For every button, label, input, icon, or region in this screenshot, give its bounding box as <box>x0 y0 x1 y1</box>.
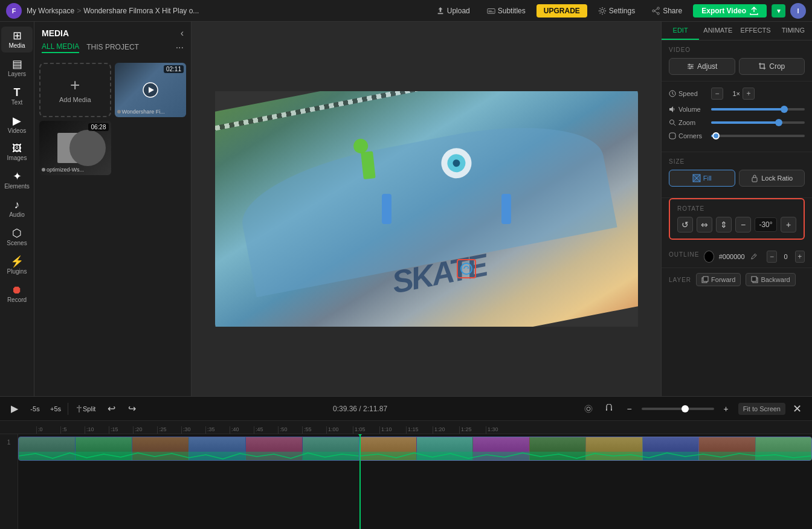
fit-to-screen-button[interactable]: Fit to Screen <box>738 403 785 415</box>
sidebar-item-elements[interactable]: ✦ Elements <box>1 167 33 193</box>
avatar[interactable]: I <box>790 3 806 19</box>
media-item-1[interactable]: 02:11 Wondershare Fi... <box>115 63 187 117</box>
close-timeline-button[interactable]: ✕ <box>789 400 806 417</box>
rotate-increase-button[interactable]: + <box>781 217 796 232</box>
zoom-out-button[interactable]: − <box>621 400 638 417</box>
rewind-5s-button[interactable]: -5s <box>27 400 44 417</box>
sidebar-item-layers[interactable]: ▤ Layers <box>1 55 33 81</box>
svg-point-15 <box>691 66 693 68</box>
media-duration-2: 06:28 <box>88 123 108 131</box>
export-button[interactable]: Export Video <box>693 4 767 18</box>
sidebar-label-images: Images <box>7 155 27 161</box>
media-duration-1: 02:11 <box>164 65 184 73</box>
play-button[interactable]: ▶ <box>6 400 23 417</box>
sidebar-item-scenes[interactable]: ⬡ Scenes <box>1 224 33 250</box>
ruler-mark-100: 1:00 <box>326 426 353 434</box>
corners-icon <box>669 132 676 139</box>
volume-control[interactable] <box>711 108 805 111</box>
tab-edit[interactable]: EDIT <box>662 22 699 40</box>
speed-icon <box>669 90 676 97</box>
speed-decrease-button[interactable]: − <box>711 88 723 100</box>
speed-control: − 1× + <box>711 88 805 100</box>
sidebar-item-text[interactable]: T Text <box>1 83 33 109</box>
flip-horizontal-button[interactable]: ⇔ <box>697 217 712 232</box>
forward-5s-button[interactable]: +5s <box>47 400 64 417</box>
ruler-mark-5: :5 <box>60 426 85 434</box>
outline-decrease-button[interactable]: − <box>767 251 776 263</box>
sidebar-item-record[interactable]: ⏺ Record <box>1 281 33 307</box>
tab-timing[interactable]: TIMING <box>775 22 812 40</box>
settings-button[interactable]: Settings <box>592 4 641 18</box>
images-icon: 🖼 <box>12 144 22 153</box>
ruler-mark-10: :10 <box>85 426 109 434</box>
volume-slider[interactable] <box>711 108 805 111</box>
tab-this-project[interactable]: THIS PROJECT <box>86 43 139 53</box>
undo-button[interactable]: ↩ <box>103 400 120 417</box>
media-more-button[interactable]: ··· <box>176 42 184 53</box>
track-segment-left[interactable] <box>18 437 359 461</box>
speed-row: Speed − 1× + <box>669 88 805 100</box>
fill-button[interactable]: Fill <box>669 170 735 187</box>
scenes-icon: ⬡ <box>12 228 22 239</box>
eyedropper-icon[interactable] <box>750 252 758 261</box>
crop-button[interactable]: Crop <box>739 58 805 75</box>
zoom-control[interactable] <box>711 121 805 124</box>
audio-icon: ♪ <box>14 199 20 210</box>
forward-button[interactable]: Forward <box>696 273 741 286</box>
corners-slider[interactable] <box>711 135 805 137</box>
media-collapse-button[interactable]: ‹ <box>181 28 184 39</box>
media-item-2[interactable]: 06:28 optimized-Ws... <box>39 121 111 175</box>
timeline-tool-1[interactable] <box>580 400 597 417</box>
media-filename-2: optimized-Ws... <box>42 167 109 173</box>
track-segment-right[interactable] <box>359 437 812 461</box>
sidebar-item-media[interactable]: ⊞ Media <box>1 27 33 53</box>
upload-button[interactable]: Upload <box>430 4 476 18</box>
zoom-in-button[interactable]: + <box>718 400 735 417</box>
rotate-decrease-button[interactable]: − <box>735 217 751 232</box>
svg-point-19 <box>670 120 674 124</box>
redo-button[interactable]: ↪ <box>123 400 140 417</box>
sidebar-item-videos[interactable]: ▶ Videos <box>1 112 33 138</box>
backward-button[interactable]: Backward <box>746 273 795 286</box>
lock-ratio-button[interactable]: Lock Ratio <box>739 170 805 187</box>
right-canvas-handle[interactable] <box>501 194 511 224</box>
speed-section: Speed − 1× + Volume <box>662 82 812 152</box>
speed-increase-button[interactable]: + <box>743 88 755 100</box>
flip-vertical-button[interactable]: ⇕ <box>716 217 732 232</box>
timeline-tool-2[interactable] <box>601 400 617 417</box>
outline-increase-button[interactable]: + <box>795 251 805 263</box>
center-rotation-handle[interactable] <box>457 259 476 278</box>
upgrade-button[interactable]: UPGRADE <box>536 4 587 18</box>
share-button[interactable]: Share <box>646 4 688 18</box>
ruler-mark-130: 1:30 <box>486 426 512 434</box>
ruler-mark-30: :30 <box>181 426 205 434</box>
outline-color-swatch[interactable] <box>704 251 714 263</box>
playhead[interactable] <box>359 434 361 529</box>
tab-animate[interactable]: ANIMATE <box>699 22 736 40</box>
sidebar-label-media: Media <box>8 42 25 49</box>
zoom-slider[interactable] <box>711 121 805 124</box>
video-actions: Adjust Crop <box>669 58 805 75</box>
zoom-track[interactable] <box>642 408 714 410</box>
volume-label: Volume <box>669 106 711 113</box>
workspace-link[interactable]: My Workspace <box>27 7 74 15</box>
zoom-thumb[interactable] <box>682 405 689 412</box>
adjust-button[interactable]: Adjust <box>669 58 735 75</box>
subtitles-button[interactable]: Subtitles <box>481 4 532 18</box>
add-media-button[interactable]: + Add Media <box>39 63 111 117</box>
svg-point-3 <box>601 9 604 12</box>
svg-point-5 <box>657 12 660 14</box>
left-canvas-handle[interactable] <box>382 194 392 224</box>
rotate-counterclockwise-button[interactable]: ↺ <box>677 217 693 232</box>
rotate-controls: ↺ ⇔ ⇕ − -30° + <box>677 217 796 232</box>
svg-point-14 <box>689 64 691 66</box>
tab-all-media[interactable]: ALL MEDIA <box>42 42 79 53</box>
export-dropdown-button[interactable]: ▾ <box>772 4 785 18</box>
sidebar-item-images[interactable]: 🖼 Images <box>1 140 33 165</box>
sidebar-item-audio[interactable]: ♪ Audio <box>1 196 33 222</box>
corners-control[interactable] <box>711 135 805 137</box>
app-logo: F <box>6 3 22 19</box>
sidebar-item-plugins[interactable]: ⚡ Plugins <box>1 252 33 278</box>
split-button[interactable]: Split <box>72 400 99 417</box>
tab-effects[interactable]: EFFECTS <box>737 22 775 40</box>
